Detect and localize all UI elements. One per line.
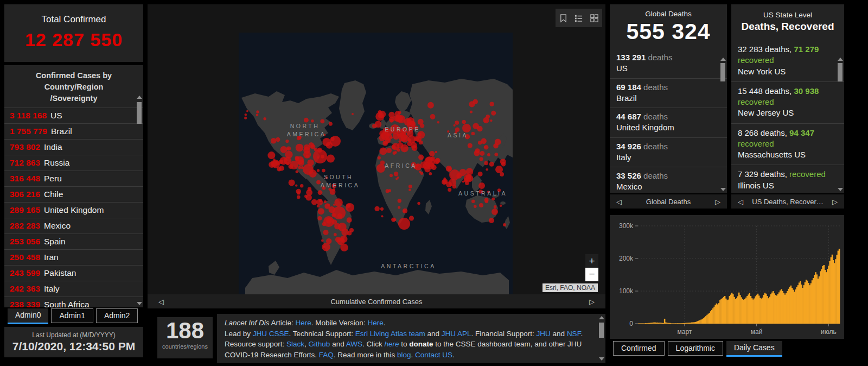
carousel-prev-icon[interactable]: ◁ <box>158 298 164 306</box>
scroll-up-icon[interactable] <box>838 58 843 61</box>
carousel-prev-icon[interactable]: ◁ <box>616 198 622 206</box>
global-deaths-total: 555 324 <box>610 19 727 45</box>
list-item[interactable]: 1 755 779Brazil <box>4 123 143 139</box>
us-state-scrollbar[interactable] <box>837 56 844 192</box>
list-item[interactable]: 34 926 deathsItaly <box>610 137 727 167</box>
scroll-down-icon[interactable] <box>720 188 726 191</box>
label-antarctica: ANTARCTICA <box>381 263 436 269</box>
list-item[interactable]: 242 363Italy <box>4 281 143 296</box>
tab-admin0[interactable]: Admin0 <box>8 308 48 324</box>
map-caption-text: Cumulative Confirmed Cases <box>330 298 422 306</box>
list-item[interactable]: 238 339South Africa <box>4 296 143 307</box>
svg-text:AMERICA: AMERICA <box>321 182 360 188</box>
world-map[interactable]: NORTH AMERICA EUROPE ASIA AFRICA SOUTH A… <box>239 33 513 295</box>
global-deaths-title: Global Deaths <box>610 10 727 18</box>
daily-cases-chart-panel: 0100k200k300kмартмайиюль <box>610 215 844 339</box>
info-link[interactable]: Here <box>296 319 311 327</box>
info-link[interactable]: Slack <box>286 340 304 348</box>
list-item[interactable]: 306 216Chile <box>4 186 143 202</box>
info-scrollbar[interactable] <box>598 315 605 362</box>
svg-text:июль: июль <box>821 328 837 336</box>
info-text-segment: Article: <box>270 319 296 327</box>
carousel-title: Global Deaths <box>646 198 691 206</box>
info-text-segment: donate <box>409 340 433 348</box>
info-text-segment: . Click <box>362 340 385 348</box>
list-item[interactable]: 44 687 deathsUnited Kingdom <box>610 108 727 137</box>
info-link[interactable]: here <box>384 340 399 348</box>
info-text-segment: . Financial Support: <box>471 330 537 338</box>
tab-admin2[interactable]: Admin2 <box>96 308 138 323</box>
scroll-down-icon[interactable] <box>137 302 142 305</box>
info-link[interactable]: NSF <box>567 330 581 338</box>
scrollbar-thumb[interactable] <box>137 102 142 124</box>
zoom-out-button[interactable]: − <box>585 268 598 281</box>
global-deaths-scrollbar[interactable] <box>720 56 726 192</box>
carousel-prev-icon[interactable]: ◁ <box>738 198 743 206</box>
last-updated-label: Last Updated at (M/D/YYYY) <box>4 331 143 339</box>
zoom-in-button[interactable]: + <box>585 254 598 268</box>
list-item[interactable]: 316 448Peru <box>4 171 143 186</box>
info-link[interactable]: Github <box>309 340 330 348</box>
tab-admin1[interactable]: Admin1 <box>51 308 93 323</box>
info-link[interactable]: FAQ <box>319 351 334 359</box>
daily-cases-chart: 0100k200k300kмартмайиюль <box>610 215 844 339</box>
info-link[interactable]: blog <box>397 351 411 359</box>
global-deaths-panel: Global Deaths 555 324 133 291 deathsUS 6… <box>610 4 727 193</box>
list-item[interactable]: 243 599Pakistan <box>4 265 143 281</box>
last-updated-value: 7/10/2020, 12:34:50 PM <box>4 340 143 353</box>
list-item[interactable]: 793 802India <box>4 139 143 155</box>
carousel-next-icon[interactable]: ▷ <box>715 198 720 206</box>
total-confirmed-title: Total Confirmed <box>4 14 143 25</box>
list-item[interactable]: 253 056Spain <box>4 234 143 249</box>
info-text-segment: and <box>330 340 346 348</box>
basemap-grid-icon[interactable] <box>590 14 599 23</box>
scrollbar-thumb[interactable] <box>720 63 725 81</box>
list-item[interactable]: 33 526 deathsMexico <box>610 167 727 193</box>
list-item[interactable]: 8 268 deaths, 94 347 recovered Massachus… <box>731 123 844 165</box>
list-item[interactable]: 15 448 deaths, 30 938 recovered New Jers… <box>731 81 844 123</box>
list-item[interactable]: 250 458Iran <box>4 249 143 265</box>
total-confirmed-value: 12 287 550 <box>4 29 143 51</box>
info-link[interactable]: Here <box>367 319 383 327</box>
svg-text:200k: 200k <box>619 255 634 262</box>
list-item[interactable]: 133 291 deathsUS <box>610 49 727 78</box>
tab-logarithmic[interactable]: Logarithmic <box>668 341 723 356</box>
list-item[interactable]: 712 863Russia <box>4 155 143 171</box>
info-link[interactable]: Contact US <box>415 351 452 359</box>
countries-count-value: 188 <box>157 319 213 343</box>
tab-confirmed[interactable]: Confirmed <box>613 341 665 356</box>
list-item[interactable]: 3 118 168US <box>4 108 143 123</box>
info-link[interactable]: JHU APL <box>442 330 471 338</box>
map-toolbar <box>556 9 602 27</box>
scrollbar-thumb[interactable] <box>838 63 843 81</box>
legend-list-icon[interactable] <box>574 14 583 23</box>
total-confirmed-panel: Total Confirmed 12 287 550 <box>4 4 143 62</box>
info-text-segment: . <box>384 319 386 327</box>
info-text-segment: . Mobile Version: <box>311 319 368 327</box>
bookmark-icon[interactable] <box>559 14 568 23</box>
list-item[interactable]: 32 283 deaths, 71 279 recovered New York… <box>731 40 844 81</box>
tab-daily-cases[interactable]: Daily Cases <box>726 341 782 357</box>
map-panel[interactable]: NORTH AMERICA EUROPE ASIA AFRICA SOUTH A… <box>148 4 605 308</box>
map-attribution: Esri, FAO, NOAA <box>542 283 598 292</box>
scroll-up-icon[interactable] <box>720 58 726 61</box>
info-link[interactable]: JHU CSSE <box>253 330 289 338</box>
scroll-down-icon[interactable] <box>838 188 843 191</box>
scrollbar-thumb[interactable] <box>599 323 604 338</box>
info-text-segment: Lead by <box>225 330 253 338</box>
info-link[interactable]: JHU <box>537 330 551 338</box>
list-item[interactable]: 7 329 deaths, recovered Illinois US <box>731 165 844 193</box>
country-list-scrollbar[interactable] <box>136 94 143 306</box>
info-link[interactable]: Esri Living Atlas team <box>355 330 425 338</box>
countries-count-label: countries/regions <box>157 343 213 350</box>
list-item[interactable]: 282 283Mexico <box>4 218 143 234</box>
scroll-up-icon[interactable] <box>137 96 142 99</box>
list-item[interactable]: 289 165United Kingdom <box>4 202 143 218</box>
scroll-down-icon[interactable] <box>599 357 604 361</box>
carousel-next-icon[interactable]: ▷ <box>832 198 838 206</box>
us-state-carousel: ◁ US Deaths, Recover… ▷ <box>731 194 844 209</box>
list-item[interactable]: 69 184 deathsBrazil <box>610 78 727 108</box>
info-link[interactable]: AWS <box>346 340 362 348</box>
scroll-up-icon[interactable] <box>599 316 604 319</box>
carousel-next-icon[interactable]: ▷ <box>589 298 595 306</box>
